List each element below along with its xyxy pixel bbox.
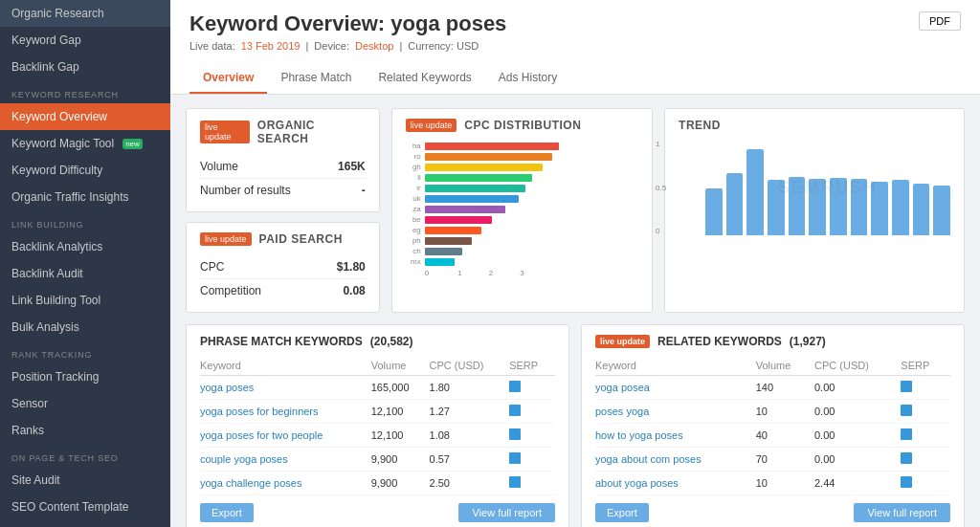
- phrase-keyword-1: yoga poses for beginners: [200, 400, 371, 424]
- tab-overview[interactable]: Overview: [189, 63, 267, 94]
- related-col-keyword: Keyword: [595, 356, 756, 376]
- sidebar-item-keyword-gap[interactable]: Keyword Gap: [0, 27, 170, 54]
- phrase-serp-1[interactable]: [509, 400, 555, 424]
- sidebar-item-site-audit[interactable]: Site Audit: [0, 467, 170, 494]
- pdf-button[interactable]: PDF: [919, 11, 961, 31]
- sidebar-item-seo-content-template[interactable]: SEO Content Template: [0, 494, 170, 520]
- sidebar-section-label-link-building: LINK BUILDING: [0, 210, 170, 233]
- sidebar-item-keyword-magic-tool[interactable]: Keyword Magic Toolnew: [0, 130, 170, 157]
- phrase-cpc-1: 1.27: [430, 400, 510, 424]
- related-serp-icon-1[interactable]: [901, 405, 912, 416]
- related-serp-2[interactable]: [901, 424, 950, 448]
- related-keyword-link-0[interactable]: yoga posea: [595, 382, 650, 393]
- related-view-full-button[interactable]: View full report: [854, 503, 950, 522]
- trend-y-labels: 1 0.5 0: [656, 140, 666, 235]
- sidebar-item-backlink-gap[interactable]: Backlink Gap: [0, 54, 170, 80]
- phrase-serp-3[interactable]: [509, 448, 555, 472]
- meta-date[interactable]: 13 Feb 2019: [241, 40, 301, 52]
- phrase-volume-3: 9,900: [371, 448, 430, 472]
- phrase-view-full-button[interactable]: View full report: [458, 503, 555, 522]
- sidebar-item-sensor[interactable]: Sensor: [0, 390, 170, 417]
- results-value: -: [362, 184, 366, 197]
- meta-currency: Currency: USD: [408, 40, 479, 52]
- cpc-bar-label-li: li: [406, 173, 421, 182]
- sidebar-item-keyword-difficulty[interactable]: Keyword Difficulty: [0, 157, 170, 184]
- phrase-serp-4[interactable]: [509, 472, 555, 495]
- related-keyword-0: yoga posea: [595, 376, 756, 400]
- related-serp-icon-0[interactable]: [901, 381, 912, 392]
- related-keyword-link-3[interactable]: yoga about com poses: [595, 453, 702, 465]
- sidebar-item-on-page-seo-checker[interactable]: On Page SEO Checker: [0, 520, 170, 527]
- bottom-row: PHRASE MATCH KEYWORDS (20,582) Keyword V…: [186, 324, 965, 527]
- sidebar-section-label-rank-tracking: RANK TRACKING: [0, 340, 170, 363]
- trend-chart: SEMRUSH: [705, 140, 950, 235]
- meta-device[interactable]: Desktop: [355, 40, 393, 52]
- related-col-serp: SERP: [901, 356, 950, 376]
- serp-icon-0[interactable]: [509, 381, 521, 392]
- related-serp-4[interactable]: [901, 472, 950, 495]
- related-keyword-link-4[interactable]: about yoga poses: [595, 477, 679, 489]
- sidebar-item-bulk-analysis[interactable]: Bulk Analysis: [0, 314, 170, 340]
- phrase-serp-2[interactable]: [509, 424, 555, 448]
- phrase-keyword-link-0[interactable]: yoga poses: [200, 382, 254, 393]
- cpc-bar-ro: [425, 153, 552, 161]
- related-cpc-0: 0.00: [814, 376, 901, 400]
- cpc-bar-ch: [425, 248, 462, 255]
- phrase-match-card: PHRASE MATCH KEYWORDS (20,582) Keyword V…: [186, 324, 569, 527]
- tab-ads-history[interactable]: Ads History: [485, 63, 570, 94]
- sidebar-item-organic-traffic-insights[interactable]: Organic Traffic Insights: [0, 184, 170, 210]
- sidebar-item-label-organic-traffic-insights: Organic Traffic Insights: [11, 190, 129, 204]
- phrase-keyword-link-1[interactable]: yoga poses for beginners: [200, 406, 319, 417]
- cpc-bar-label-za: za: [406, 205, 421, 213]
- sidebar-item-keyword-overview[interactable]: Keyword Overview: [0, 103, 170, 130]
- sidebar-item-backlink-analytics[interactable]: Backlink Analytics: [0, 233, 170, 260]
- related-serp-3[interactable]: [901, 448, 950, 472]
- phrase-keyword-link-3[interactable]: couple yoga poses: [200, 453, 288, 465]
- sidebar-item-position-tracking[interactable]: Position Tracking: [0, 363, 170, 390]
- cpc-value: $1.80: [337, 260, 366, 274]
- serp-icon-2[interactable]: [509, 428, 521, 440]
- cpc-bar-ph: [425, 237, 472, 245]
- serp-icon-4[interactable]: [509, 476, 521, 488]
- phrase-serp-0[interactable]: [509, 376, 555, 400]
- volume-label: Volume: [200, 160, 238, 173]
- phrase-export-button[interactable]: Export: [200, 503, 254, 522]
- phrase-cpc-2: 1.08: [430, 424, 510, 448]
- serp-icon-3[interactable]: [509, 452, 521, 464]
- phrase-keyword-link-4[interactable]: yoga challenge poses: [200, 477, 301, 489]
- related-serp-1[interactable]: [901, 400, 950, 424]
- tab-related-keywords[interactable]: Related Keywords: [365, 63, 484, 94]
- related-export-button[interactable]: Export: [595, 503, 649, 522]
- phrase-volume-2: 12,100: [371, 424, 430, 448]
- sidebar-item-link-building-tool[interactable]: Link Building Tool: [0, 287, 170, 314]
- related-keyword-row-4: about yoga poses 10 2.44: [595, 472, 950, 495]
- sidebar-item-ranks[interactable]: Ranks: [0, 417, 170, 444]
- related-serp-icon-4[interactable]: [901, 476, 912, 488]
- cpc-bar-label-ch: ch: [406, 247, 421, 255]
- related-keyword-link-1[interactable]: poses yoga: [595, 406, 649, 417]
- phrase-volume-1: 12,100: [371, 400, 430, 424]
- sidebar-item-backlink-audit[interactable]: Backlink Audit: [0, 260, 170, 287]
- phrase-match-row-1: yoga poses for beginners 12,100 1.27: [200, 400, 555, 424]
- related-keyword-row-1: poses yoga 10 0.00: [595, 400, 950, 424]
- related-keyword-3: yoga about com poses: [595, 448, 756, 472]
- cpc-distribution-card: live update CPC DISTRIBUTION haroghliiru…: [391, 108, 653, 313]
- page-title: Keyword Overview: yoga poses: [189, 11, 506, 36]
- related-keyword-1: poses yoga: [595, 400, 756, 424]
- cpc-bar-label-ha: ha: [406, 142, 421, 150]
- related-serp-icon-2[interactable]: [901, 428, 912, 440]
- tab-phrase-match[interactable]: Phrase Match: [267, 63, 365, 94]
- phrase-keyword-link-2[interactable]: yoga poses for two people: [200, 429, 323, 441]
- related-keyword-link-2[interactable]: how to yoga poses: [595, 429, 683, 441]
- related-keywords-label: RELATED KEYWORDS: [657, 335, 782, 348]
- paid-search-title: PAID SEARCH: [259, 232, 343, 246]
- trend-bar-fill-6: [830, 178, 847, 235]
- sidebar-item-organic-research[interactable]: Organic Research: [0, 0, 170, 27]
- related-serp-icon-3[interactable]: [901, 452, 912, 464]
- serp-icon-1[interactable]: [509, 405, 521, 416]
- content-area: live update ORGANIC SEARCH Volume 165K N…: [170, 95, 980, 527]
- related-live-badge: live update: [595, 335, 650, 348]
- meta-device-label: Device:: [314, 40, 349, 52]
- main-content: Keyword Overview: yoga poses Live data: …: [170, 0, 980, 527]
- related-serp-0[interactable]: [901, 376, 950, 400]
